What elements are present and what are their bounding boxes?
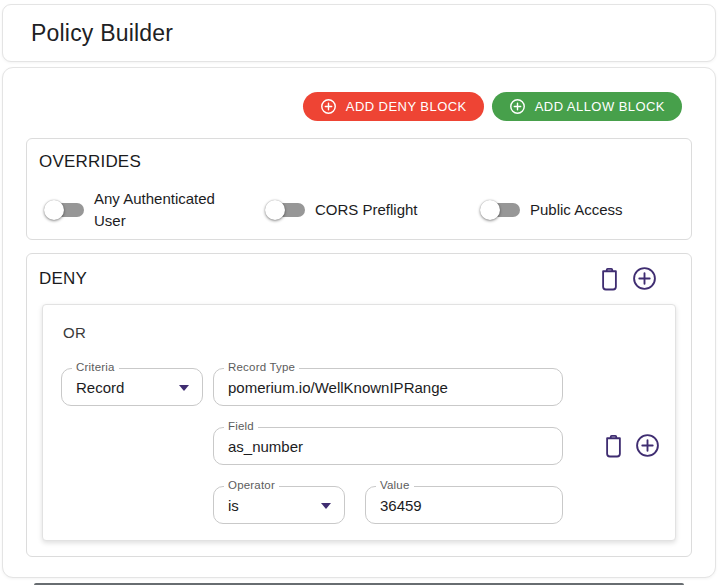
circle-plus-icon [320,98,337,115]
criteria-select-value: Record [76,379,124,396]
add-group-button[interactable] [632,266,657,291]
record-type-label: Record Type [224,361,299,373]
operator-select-value: is [228,497,239,514]
criteria-select-label: Criteria [72,361,119,373]
chevron-down-icon [179,385,189,391]
deny-block-header: DENY [27,254,691,291]
add-deny-block-label: ADD DENY BLOCK [346,99,467,114]
record-type-field-wrapper: Record Type [213,368,563,406]
add-allow-block-button[interactable]: ADD ALLOW BLOCK [492,92,682,121]
delete-rule-button[interactable] [603,434,624,458]
deny-block-title: DENY [39,269,87,289]
value-field-wrapper: Value [365,486,563,524]
switch-thumb [480,200,500,220]
operator-select-label: Operator [224,479,279,491]
toggle-cors-preflight: CORS Preflight [265,199,480,221]
record-type-input[interactable] [214,369,562,405]
field-label: Field [224,420,258,432]
operator-select[interactable]: Operator is [213,486,345,524]
deny-block-section: DENY [26,253,692,557]
circle-plus-icon [635,433,660,458]
trash-icon [603,434,624,458]
toggle-label: Any Authenticated User [94,188,244,232]
any-authenticated-user-switch[interactable] [44,199,85,221]
overrides-title: OVERRIDES [27,139,691,172]
combinator-label: OR [63,324,86,341]
trash-icon [599,267,620,291]
add-allow-block-label: ADD ALLOW BLOCK [535,99,665,114]
overrides-section: OVERRIDES Any Authenticated User CORS Pr… [26,138,692,240]
or-rule-group: OR Criteria Record Record Type Field [42,304,676,541]
field-field-wrapper: Field [213,427,563,465]
cors-preflight-switch[interactable] [265,199,306,221]
page-title: Policy Builder [31,20,173,47]
rule-row-actions [603,433,660,458]
value-input[interactable] [366,487,562,523]
overrides-toggles: Any Authenticated User CORS Preflight Pu… [27,172,691,232]
circle-plus-icon [632,266,657,291]
add-deny-block-button[interactable]: ADD DENY BLOCK [303,92,484,121]
deny-block-actions [599,266,657,291]
toggle-label: Public Access [530,199,623,221]
header-card: Policy Builder [2,4,716,62]
criteria-select[interactable]: Criteria Record [61,368,203,406]
add-block-buttons: ADD DENY BLOCK ADD ALLOW BLOCK [303,92,682,121]
delete-deny-block-button[interactable] [599,267,620,291]
toggle-public-access: Public Access [480,199,623,221]
toggle-label: CORS Preflight [315,199,418,221]
value-label: Value [376,479,414,491]
toggle-any-authenticated-user: Any Authenticated User [44,188,265,232]
switch-thumb [44,200,64,220]
switch-thumb [265,200,285,220]
field-input[interactable] [214,428,562,464]
policy-builder-panel: ADD DENY BLOCK ADD ALLOW BLOCK OVERRIDES… [2,67,716,578]
chevron-down-icon [321,503,331,509]
add-rule-button[interactable] [635,433,660,458]
circle-plus-icon [509,98,526,115]
public-access-switch[interactable] [480,199,521,221]
